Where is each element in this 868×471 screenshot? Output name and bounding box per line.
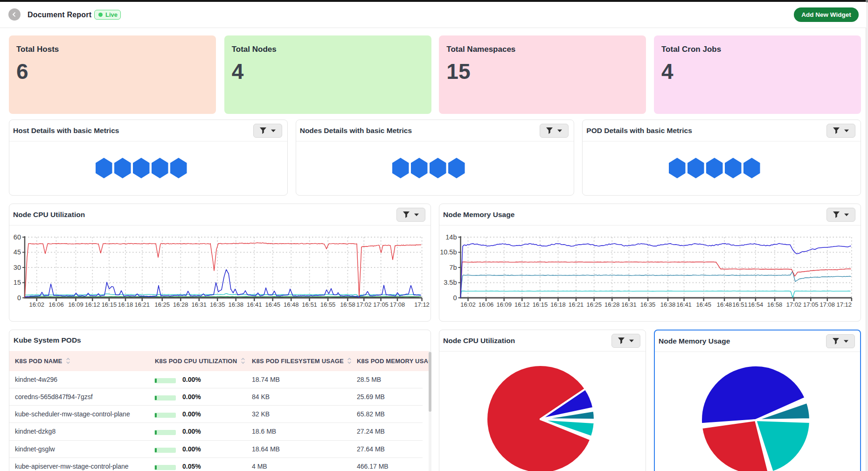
svg-text:16:25: 16:25 [155, 301, 170, 308]
svg-text:16:21: 16:21 [569, 301, 584, 308]
svg-text:16:58: 16:58 [767, 301, 783, 308]
svg-text:16:02: 16:02 [29, 301, 44, 308]
svg-text:16:21: 16:21 [135, 301, 150, 308]
svg-text:16:38: 16:38 [228, 301, 243, 308]
svg-text:17:05: 17:05 [373, 301, 389, 308]
svg-text:0: 0 [453, 294, 457, 302]
svg-text:3.5b: 3.5b [444, 279, 457, 286]
svg-text:16:06: 16:06 [479, 301, 494, 308]
svg-text:7b: 7b [449, 264, 457, 271]
svg-text:16:18: 16:18 [118, 301, 133, 308]
svg-text:16:54: 16:54 [748, 301, 764, 308]
svg-text:16:31: 16:31 [621, 301, 637, 308]
svg-text:16:45: 16:45 [265, 301, 280, 308]
svg-text:16:09: 16:09 [496, 301, 512, 308]
svg-text:17:02: 17:02 [786, 301, 802, 308]
svg-text:60: 60 [14, 233, 21, 241]
svg-text:16:25: 16:25 [586, 301, 602, 308]
svg-text:17:02: 17:02 [356, 301, 372, 308]
svg-text:16:35: 16:35 [210, 301, 225, 308]
svg-text:16:15: 16:15 [533, 301, 548, 308]
svg-text:16:12: 16:12 [85, 301, 100, 308]
svg-text:16:12: 16:12 [514, 301, 530, 308]
svg-text:15: 15 [14, 279, 21, 286]
svg-text:17:12: 17:12 [836, 301, 852, 308]
svg-text:16:38: 16:38 [660, 301, 676, 308]
svg-text:16:41: 16:41 [676, 301, 692, 308]
svg-text:17:05: 17:05 [803, 301, 819, 308]
svg-text:16:51: 16:51 [732, 301, 748, 308]
svg-text:0: 0 [17, 294, 21, 302]
svg-text:45: 45 [14, 248, 21, 256]
svg-text:16:48: 16:48 [717, 301, 732, 308]
svg-text:16:51: 16:51 [302, 301, 317, 308]
svg-text:16:45: 16:45 [696, 301, 711, 308]
svg-text:10.5b: 10.5b [440, 248, 457, 256]
svg-text:16:41: 16:41 [247, 301, 262, 308]
svg-text:17:08: 17:08 [820, 301, 835, 308]
svg-text:16:18: 16:18 [550, 301, 566, 308]
svg-text:16:28: 16:28 [604, 301, 620, 308]
svg-text:16:58: 16:58 [340, 301, 355, 308]
svg-text:16:06: 16:06 [49, 301, 64, 308]
svg-text:16:09: 16:09 [68, 301, 83, 308]
svg-text:16:35: 16:35 [640, 301, 656, 308]
svg-text:17:08: 17:08 [390, 301, 405, 308]
svg-text:16:48: 16:48 [284, 301, 299, 308]
svg-text:14b: 14b [445, 233, 457, 241]
svg-text:17:12: 17:12 [414, 301, 430, 308]
svg-text:16:15: 16:15 [102, 301, 117, 308]
svg-text:16:28: 16:28 [173, 301, 188, 308]
svg-text:16:02: 16:02 [460, 301, 476, 308]
svg-text:16:31: 16:31 [192, 301, 207, 308]
svg-text:30: 30 [14, 264, 21, 271]
svg-text:16:55: 16:55 [320, 301, 336, 308]
